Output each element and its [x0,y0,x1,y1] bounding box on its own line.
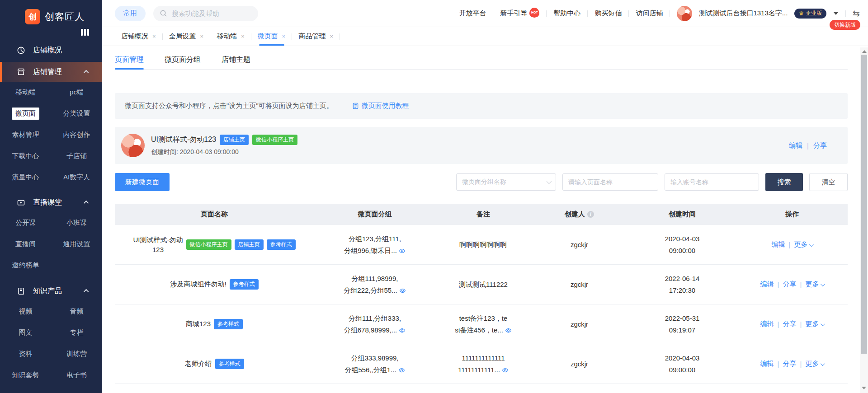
sidebar-section-knowledge-products[interactable]: 知识产品 [0,281,102,301]
hot-badge: HOT [529,8,539,18]
account-avatar[interactable] [677,6,692,21]
plan-badge[interactable]: ♛ 企业版 [794,9,826,19]
page-name: 123 [133,245,183,255]
eye-icon[interactable] [398,367,405,374]
search-button[interactable]: 搜索 [765,173,803,191]
group-select[interactable]: 微页面分组名称 [456,173,556,191]
info-icon[interactable]: i [587,211,594,218]
share-link[interactable]: 分享 [783,320,797,328]
account-caret-icon[interactable] [833,12,839,15]
close-icon[interactable]: × [152,33,156,40]
scroll-down-arrow[interactable] [862,387,866,389]
sidebar-item-training-camp[interactable]: 训练营 [63,348,90,360]
sidebar-item-pc[interactable]: pc端 [66,86,87,98]
sidebar-item-video[interactable]: 视频 [15,305,36,318]
share-link[interactable]: 分享 [813,141,827,150]
chevron-up-icon[interactable] [84,201,89,206]
sidebar-item-ai-digital-human[interactable]: AI数字人 [60,171,94,183]
nav-beginner-guide[interactable]: 新手引导 HOT [500,9,539,19]
chevron-up-icon[interactable] [84,289,89,294]
edit-link[interactable]: 编辑 [789,141,802,150]
sidebar-item-live-room[interactable]: 直播间 [12,238,39,250]
nav-buy-sms[interactable]: 购买短信 [594,9,622,18]
sidebar-section-live-classroom[interactable]: 直播课堂 [0,192,102,212]
close-icon[interactable]: × [330,33,333,40]
sidebar-section-store-management[interactable]: 店铺管理 [0,62,102,82]
page-name-input[interactable] [562,173,658,191]
subtab-micro-page-groups[interactable]: 微页面分组 [165,50,201,69]
eye-icon[interactable] [399,287,406,294]
new-micro-page-button[interactable]: 新建微页面 [115,173,170,191]
sidebar-item-column[interactable]: 专栏 [66,327,87,339]
edit-link[interactable]: 编辑 [760,360,774,368]
sidebar-item-invite-ranking[interactable]: 邀约榜单 [9,259,43,271]
scroll-up-arrow[interactable] [862,50,867,53]
global-search[interactable] [153,6,258,21]
more-link[interactable]: 更多 [805,360,824,368]
edit-link[interactable]: 编辑 [760,320,774,328]
more-link[interactable]: 更多 [805,320,824,328]
sidebar-collapse-icon[interactable] [0,29,102,36]
sidebar-item-open-class[interactable]: 公开课 [12,217,39,229]
eye-icon[interactable] [399,248,406,254]
switch-account-icon[interactable]: ⇆ [853,8,860,19]
account-name-input[interactable] [665,173,759,191]
sidebar-item-material[interactable]: 素材管理 [9,129,43,141]
group-text: 分组123,分组111, [344,233,406,245]
divider: | [807,142,809,150]
sidebar-item-small-class[interactable]: 小班课 [63,217,90,229]
sidebar-item-image-text[interactable]: 图文 [15,327,36,339]
sidebar-item-files[interactable]: 资料 [15,348,36,360]
account-name[interactable]: 测试测试后台接口1313名字... [699,9,788,18]
subtab-page-management[interactable]: 页面管理 [115,50,144,69]
subtab-store-theme[interactable]: 店铺主题 [222,50,250,69]
cell-creator: zgckjr [531,241,628,248]
tab-mobile[interactable]: 移动端 × [210,27,251,46]
sidebar-item-micro-page[interactable]: 微页面 [12,108,39,120]
sidebar-item-ebook[interactable]: 电子书 [63,369,90,381]
sidebar-item-traffic-center[interactable]: 流量中心 [9,171,43,183]
sidebar-item-general-settings[interactable]: 通用设置 [60,238,94,250]
switch-new-version-badge[interactable]: 切换新版 [830,20,860,30]
tab-micro-page[interactable]: 微页面 × [251,27,292,46]
clear-button[interactable]: 清空 [809,173,848,191]
close-icon[interactable]: × [282,33,286,40]
more-link[interactable]: 更多 [794,240,812,249]
nav-visit-store[interactable]: 访问店铺 [636,9,663,18]
sidebar-item-store-overview[interactable]: 店铺概况 [0,42,102,58]
tutorial-link[interactable]: 微页面使用教程 [352,102,409,110]
sidebar-item-download-center[interactable]: 下载中心 [9,150,43,162]
eye-icon[interactable] [505,327,512,334]
chevron-down-icon [809,242,814,247]
date-text: 2022-05-31 [665,313,700,324]
search-input[interactable] [171,9,248,18]
sidebar-item-sub-store[interactable]: 子店铺 [63,150,90,162]
eye-icon[interactable] [399,327,406,334]
tab-store-overview[interactable]: 店铺概况 × [115,27,162,46]
chevron-up-icon[interactable] [84,70,89,75]
nav-help-center[interactable]: 帮助中心 [553,9,580,18]
tab-product-management[interactable]: 商品管理 × [292,27,340,46]
sidebar-item-audio[interactable]: 音频 [66,305,87,318]
sidebar-item-category-settings[interactable]: 分类设置 [60,108,94,120]
sidebar-item-knowledge-package[interactable]: 知识套餐 [9,369,43,381]
edit-link[interactable]: 编辑 [772,240,785,249]
sidebar-item-content-creation[interactable]: 内容创作 [60,129,94,141]
vertical-scrollbar[interactable] [860,47,868,393]
more-link[interactable]: 更多 [805,280,824,289]
sidebar-item-mobile[interactable]: 移动端 [12,86,39,98]
scrollbar-thumb[interactable] [861,55,867,354]
nav-open-platform[interactable]: 开放平台 [459,9,486,18]
edit-link[interactable]: 编辑 [760,280,774,289]
cell-note: 啊啊啊啊啊啊啊 [436,239,531,251]
close-icon[interactable]: × [241,33,245,40]
store-home-badge: 店铺主页 [235,239,264,249]
tab-global-settings[interactable]: 全局设置 × [163,27,210,46]
table-row: 商城123 参考样式 分组111,分组333, 分组678,98999,... … [115,304,848,344]
quick-access-button[interactable]: 常用 [115,6,146,21]
close-icon[interactable]: × [200,33,204,40]
share-link[interactable]: 分享 [783,360,797,368]
share-link[interactable]: 分享 [783,280,797,289]
eye-icon[interactable] [502,367,509,374]
plan-label: 企业版 [806,9,822,17]
